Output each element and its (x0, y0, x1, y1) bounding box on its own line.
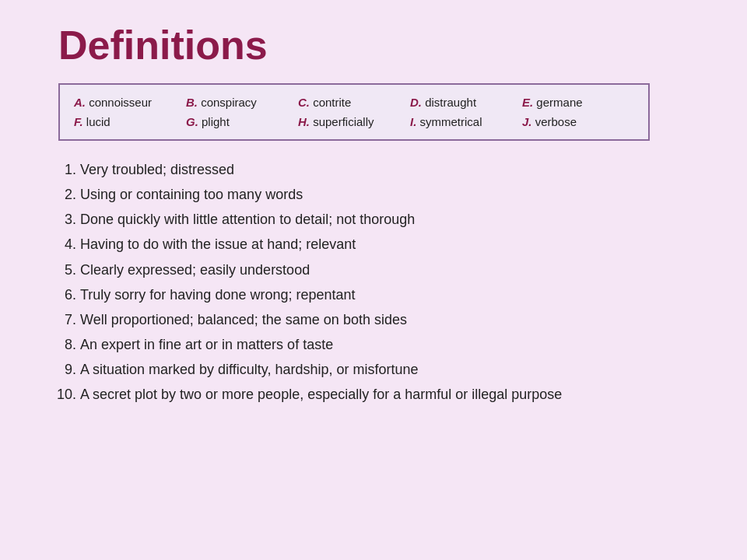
word-item: C. contrite (298, 96, 410, 109)
definition-item: Well proportioned; balanced; the same on… (80, 310, 689, 330)
word-text: symmetrical (420, 115, 482, 128)
definition-item: Having to do with the issue at hand; rel… (80, 234, 689, 254)
word-letter: I. (410, 115, 416, 128)
definition-item: Very troubled; distressed (80, 159, 689, 180)
definition-item: A secret plot by two or more people, esp… (80, 384, 689, 404)
word-letter: E. (522, 96, 533, 109)
word-item: A. connoisseur (74, 96, 186, 109)
definition-item: Using or containing too many words (80, 184, 689, 205)
word-item: H. superficially (298, 115, 410, 128)
word-text: verbose (535, 115, 577, 128)
word-item: E. germane (522, 96, 634, 109)
word-text: connoisseur (89, 96, 152, 109)
definition-item: Clearly expressed; easily understood (80, 260, 689, 280)
word-letter: D. (410, 96, 422, 109)
word-letter: F. (74, 115, 83, 128)
word-text: conspiracy (201, 96, 257, 109)
definitions-list: Very troubled; distressedUsing or contai… (58, 159, 689, 404)
word-letter: A. (74, 96, 86, 109)
definition-item: Done quickly with little attention to de… (80, 209, 689, 229)
word-letter: C. (298, 96, 310, 109)
word-letter: G. (186, 115, 198, 128)
word-text: contrite (313, 96, 351, 109)
word-item: B. conspiracy (186, 96, 298, 109)
page-title: Definitions (58, 23, 689, 68)
word-item: G. plight (186, 115, 298, 128)
word-text: superficially (313, 115, 374, 128)
word-letter: H. (298, 115, 310, 128)
word-letter: B. (186, 96, 198, 109)
word-item: D. distraught (410, 96, 522, 109)
definition-item: Truly sorry for having done wrong; repen… (80, 285, 689, 305)
word-item: J. verbose (522, 115, 634, 128)
word-text: germane (536, 96, 582, 109)
word-box: A. connoisseurB. conspiracyC. contriteD.… (58, 83, 650, 141)
page-container: Definitions A. connoisseurB. conspiracyC… (0, 0, 747, 560)
word-item: I. symmetrical (410, 115, 522, 128)
word-letter: J. (522, 115, 532, 128)
definition-item: An expert in fine art or in matters of t… (80, 334, 689, 355)
word-text: plight (202, 115, 230, 128)
word-text: distraught (425, 96, 476, 109)
definition-item: A situation marked by difficulty, hardsh… (80, 359, 689, 380)
word-text: lucid (86, 115, 110, 128)
word-item: F. lucid (74, 115, 186, 128)
